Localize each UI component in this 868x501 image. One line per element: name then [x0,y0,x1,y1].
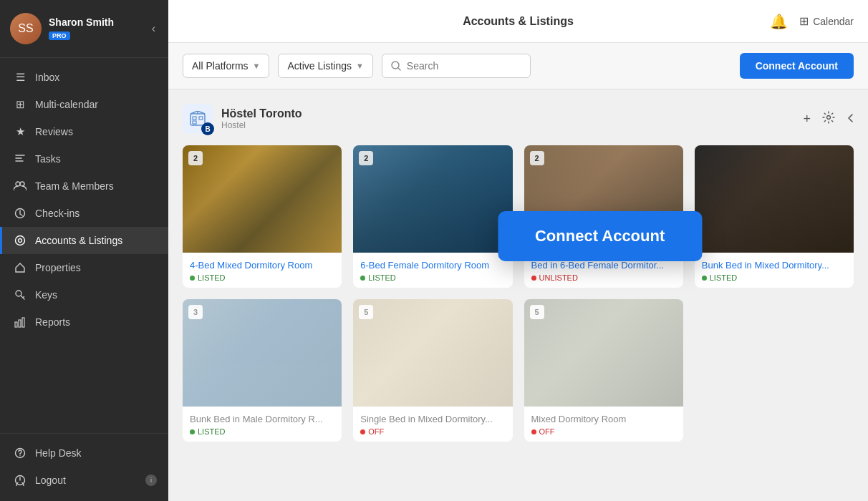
svg-point-3 [16,236,25,245]
sidebar-header: SS Sharon Smith PRO ‹ [0,0,168,58]
platforms-chevron-icon: ▼ [253,62,261,70]
listings-grid: 2 4-Bed Mixed Dormitory Room LISTED 2 [183,145,854,442]
listing-title: 6-Bed Female Dormitory Room [360,260,505,271]
user-info: Sharon Smith PRO [49,16,142,41]
sidebar-item-checkins[interactable]: Check-ins [0,200,168,227]
listings-label: Active Listings [287,60,351,72]
svg-rect-8 [22,318,24,327]
property-actions: + [803,111,854,127]
status-dot [360,429,365,434]
logout-icon [14,474,26,487]
collapse-button[interactable]: ‹ [149,19,158,38]
listing-title: Bunk Bed in Male Dormitory R... [190,414,334,424]
listings-dropdown[interactable]: Active Listings ▼ [278,54,372,78]
calendar-button[interactable]: ⊞ Calendar [799,14,854,28]
svg-point-1 [20,182,24,186]
listing-status: LISTED [360,273,505,282]
property-details: Höstel Toronto Hostel [221,107,302,130]
listing-status: OFF [360,427,505,436]
listing-image [695,145,854,253]
keys-icon [14,288,26,301]
property-header: B Höstel Toronto Hostel + [183,104,854,134]
svg-rect-14 [193,117,196,120]
listing-image: 3 [183,299,342,407]
svg-point-0 [16,182,20,186]
connect-account-overlay-button[interactable]: Connect Account [498,211,702,261]
listing-status: LISTED [702,273,847,282]
listing-status: LISTED [190,427,334,436]
add-listing-button[interactable]: + [803,112,811,127]
sidebar-label-reviews: Reviews [35,126,73,137]
listing-info: Mixed Dormitory Room OFF [524,407,683,442]
sidebar-item-logout[interactable]: Logout i [0,467,168,494]
listing-status: UNLISTED [531,273,676,282]
helpdesk-icon [14,447,26,459]
avatar: SS [10,13,42,44]
search-box [382,54,531,78]
listing-badge: 3 [188,305,203,319]
listing-image: 5 [353,299,512,407]
notification-bell-icon[interactable]: 🔔 [770,13,788,30]
team-icon [14,180,26,193]
pro-badge: PRO [49,31,70,40]
listing-card[interactable]: 5 Single Bed in Mixed Dormitory... OFF [353,299,512,442]
listing-card[interactable]: 3 Bunk Bed in Male Dormitory R... LISTED [183,299,342,442]
sidebar-item-reports[interactable]: Reports [0,308,168,336]
platforms-dropdown[interactable]: All Platforms ▼ [183,54,269,78]
listing-info: 6-Bed Female Dormitory Room LISTED [353,253,512,288]
svg-point-4 [19,239,22,243]
listing-badge: 5 [530,305,544,319]
content-area: B Höstel Toronto Hostel + [168,89,868,501]
calendar-icon: ⊞ [799,14,809,28]
svg-rect-16 [193,121,196,124]
star-icon: ★ [14,125,26,138]
listing-title: Mixed Dormitory Room [531,414,676,424]
search-icon [391,61,401,71]
sidebar-label-reports: Reports [35,316,70,328]
status-dot [360,276,365,281]
listing-status: OFF [531,427,676,436]
connect-account-header-button[interactable]: Connect Account [740,53,854,79]
svg-point-17 [827,115,831,119]
svg-point-12 [392,62,399,69]
inbox-icon: ☰ [14,71,26,84]
svg-point-10 [19,454,21,456]
settings-button[interactable] [822,111,835,127]
topbar: Accounts & Listings 🔔 ⊞ Calendar [168,0,868,43]
username: Sharon Smith [49,16,142,28]
sidebar-nav: ☰ Inbox ⊞ Multi-calendar ★ Reviews Tasks [0,58,168,433]
property-type: Hostel [221,120,302,130]
sidebar: SS Sharon Smith PRO ‹ ☰ Inbox ⊞ Multi-ca… [0,0,168,501]
sidebar-item-keys[interactable]: Keys [0,281,168,308]
sidebar-item-reviews[interactable]: ★ Reviews [0,118,168,145]
main-content: Accounts & Listings 🔔 ⊞ Calendar All Pla… [168,0,868,501]
sidebar-item-accounts[interactable]: Accounts & Listings [0,227,168,254]
sidebar-label-logout: Logout [35,475,66,486]
listing-card[interactable]: Bunk Bed in Mixed Dormitory... LISTED [695,145,854,288]
sidebar-item-helpdesk[interactable]: Help Desk [0,439,168,467]
sidebar-footer: Help Desk Logout i [0,433,168,501]
calendar-icon: ⊞ [14,98,26,111]
calendar-label: Calendar [813,16,854,27]
svg-rect-7 [19,320,21,327]
tasks-icon [14,152,26,165]
sidebar-item-team[interactable]: Team & Members [0,172,168,200]
sidebar-item-inbox[interactable]: ☰ Inbox [0,64,168,91]
listing-card[interactable]: 2 4-Bed Mixed Dormitory Room LISTED [183,145,342,288]
sidebar-label-keys: Keys [35,289,57,301]
property-name: Höstel Toronto [221,107,302,120]
listing-image: 2 [353,145,512,253]
sidebar-item-properties[interactable]: Properties [0,254,168,281]
svg-rect-6 [15,322,17,327]
sidebar-item-multi-calendar[interactable]: ⊞ Multi-calendar [0,91,168,118]
listing-title: 4-Bed Mixed Dormitory Room [190,260,334,271]
properties-icon [14,261,26,274]
listing-card[interactable]: 2 6-Bed Female Dormitory Room LISTED [353,145,512,288]
filter-bar: All Platforms ▼ Active Listings ▼ Connec… [168,43,868,89]
listing-card[interactable]: 5 Mixed Dormitory Room OFF [524,299,683,442]
sidebar-item-tasks[interactable]: Tasks [0,145,168,172]
collapse-property-button[interactable] [847,112,854,127]
info-badge: i [145,475,157,486]
search-input[interactable] [407,60,521,72]
listing-title: Bed in 6-Bed Female Dormitor... [531,260,676,271]
